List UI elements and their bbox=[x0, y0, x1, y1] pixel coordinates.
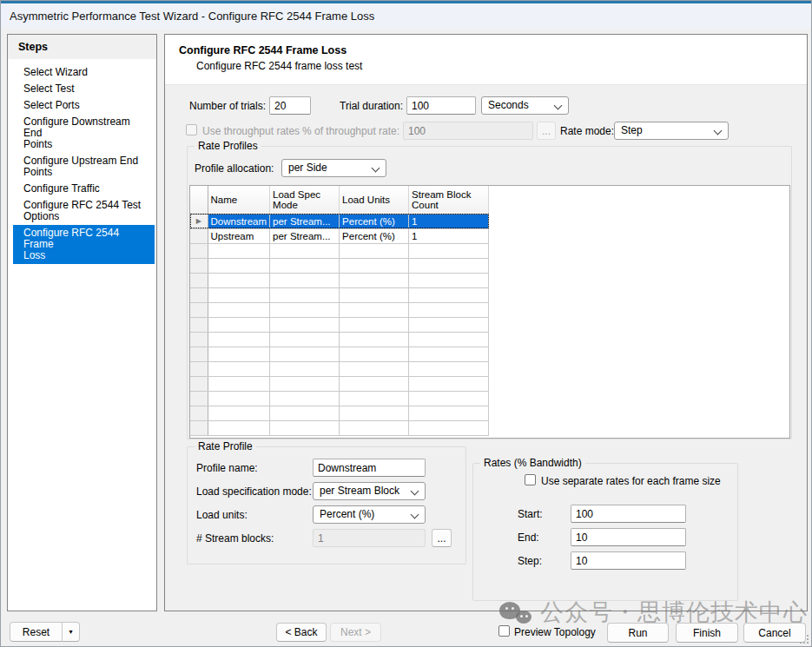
row-selector[interactable] bbox=[190, 287, 208, 302]
grid-cell[interactable] bbox=[208, 406, 270, 420]
grid-cell[interactable] bbox=[340, 376, 409, 391]
row-selector[interactable] bbox=[190, 391, 208, 406]
grid-empty-row[interactable] bbox=[190, 361, 489, 376]
separate-rates-checkbox[interactable] bbox=[525, 474, 536, 485]
grid-cell[interactable] bbox=[270, 317, 340, 332]
back-button[interactable]: < Back bbox=[276, 623, 327, 642]
grid-cell[interactable] bbox=[208, 273, 270, 287]
grid-cell[interactable]: Downstream bbox=[208, 214, 270, 228]
load-units-select[interactable]: Percent (%) bbox=[313, 505, 426, 524]
grid-cell[interactable] bbox=[270, 258, 340, 273]
grid-cell[interactable] bbox=[340, 406, 409, 420]
row-selector[interactable] bbox=[190, 273, 208, 287]
grid-cell[interactable] bbox=[208, 258, 270, 273]
grid-cell[interactable] bbox=[340, 287, 409, 302]
finish-button[interactable]: Finish bbox=[676, 623, 738, 643]
grid-cell[interactable] bbox=[270, 406, 340, 420]
grid-cell[interactable] bbox=[340, 302, 409, 317]
grid-cell[interactable] bbox=[270, 347, 340, 361]
grid-cell[interactable] bbox=[270, 243, 340, 258]
row-selector[interactable] bbox=[190, 347, 208, 361]
end-input[interactable] bbox=[571, 528, 686, 546]
grid-cell[interactable] bbox=[409, 420, 489, 435]
grid-empty-row[interactable] bbox=[190, 243, 489, 258]
grid-empty-row[interactable] bbox=[190, 376, 489, 391]
row-selector[interactable]: ▶ bbox=[190, 214, 208, 228]
grid-cell[interactable] bbox=[340, 332, 409, 347]
trial-duration-unit-select[interactable]: Seconds bbox=[481, 96, 569, 115]
rate-mode-select[interactable]: Step bbox=[614, 122, 729, 140]
grid-empty-row[interactable] bbox=[190, 317, 489, 332]
sidebar-item[interactable]: Configure Upstream End Points bbox=[13, 153, 155, 181]
row-selector[interactable] bbox=[190, 302, 208, 317]
reset-dropdown-button[interactable]: ▾ bbox=[62, 622, 80, 642]
preview-topology-checkbox[interactable] bbox=[498, 625, 510, 637]
grid-cell[interactable] bbox=[409, 391, 489, 406]
row-selector[interactable] bbox=[190, 406, 208, 420]
trial-duration-input[interactable] bbox=[406, 96, 476, 115]
row-selector[interactable] bbox=[190, 332, 208, 347]
load-spec-mode-select[interactable]: per Stream Block bbox=[313, 482, 426, 500]
grid-cell[interactable]: Percent (%) bbox=[340, 214, 409, 228]
row-selector[interactable] bbox=[190, 317, 208, 332]
grid-cell[interactable] bbox=[409, 376, 489, 391]
grid-empty-row[interactable] bbox=[190, 332, 489, 347]
grid-cell[interactable] bbox=[409, 347, 489, 361]
grid-cell[interactable] bbox=[270, 361, 340, 376]
grid-cell[interactable]: 1 bbox=[409, 228, 489, 243]
sidebar-item[interactable]: Select Ports bbox=[13, 97, 155, 114]
grid-cell[interactable]: 1 bbox=[409, 214, 489, 228]
grid-row[interactable]: ▶Downstreamper Stream...Percent (%)1 bbox=[190, 214, 489, 228]
grid-column-header[interactable]: Name bbox=[208, 186, 270, 214]
grid-cell[interactable] bbox=[208, 391, 270, 406]
row-selector[interactable] bbox=[190, 376, 208, 391]
grid-cell[interactable] bbox=[409, 361, 489, 376]
grid-cell[interactable] bbox=[409, 332, 489, 347]
stream-blocks-browse-button[interactable]: ... bbox=[432, 529, 452, 547]
grid-cell[interactable] bbox=[409, 258, 489, 273]
sidebar-item[interactable]: Select Test bbox=[13, 81, 155, 97]
step-input[interactable] bbox=[571, 551, 686, 570]
start-input[interactable] bbox=[571, 505, 686, 523]
grid-cell[interactable] bbox=[340, 361, 409, 376]
grid-cell[interactable] bbox=[208, 361, 270, 376]
row-selector[interactable] bbox=[190, 361, 208, 376]
grid-cell[interactable] bbox=[270, 302, 340, 317]
profile-allocation-select[interactable]: per Side bbox=[281, 159, 386, 177]
grid-cell[interactable] bbox=[208, 317, 270, 332]
grid-cell[interactable] bbox=[409, 243, 489, 258]
grid-cell[interactable] bbox=[270, 376, 340, 391]
grid-empty-row[interactable] bbox=[190, 287, 489, 302]
sidebar-item[interactable]: Configure Downstream End Points bbox=[13, 114, 155, 153]
grid-cell[interactable] bbox=[409, 406, 489, 420]
number-of-trials-input[interactable] bbox=[269, 96, 311, 115]
grid-cell[interactable] bbox=[340, 258, 409, 273]
grid-cell[interactable] bbox=[409, 317, 489, 332]
grid-cell[interactable]: Upstream bbox=[208, 228, 270, 243]
grid-empty-row[interactable] bbox=[190, 391, 489, 406]
grid-cell[interactable] bbox=[340, 420, 409, 435]
grid-column-header[interactable]: Load Units bbox=[340, 186, 409, 214]
grid-cell[interactable]: per Stream... bbox=[270, 228, 340, 243]
grid-empty-row[interactable] bbox=[190, 258, 489, 273]
grid-cell[interactable] bbox=[340, 317, 409, 332]
reset-button[interactable]: Reset bbox=[10, 622, 63, 642]
grid-empty-row[interactable] bbox=[190, 406, 489, 420]
grid-cell[interactable] bbox=[208, 347, 270, 361]
sidebar-item[interactable]: Configure Traffic bbox=[13, 181, 155, 197]
row-selector[interactable] bbox=[190, 420, 208, 435]
grid-cell[interactable] bbox=[270, 273, 340, 287]
row-selector[interactable] bbox=[190, 243, 208, 258]
sidebar-item[interactable]: Configure RFC 2544 Frame Loss bbox=[13, 225, 155, 264]
grid-empty-row[interactable] bbox=[190, 302, 489, 317]
grid-cell[interactable] bbox=[270, 391, 340, 406]
grid-cell[interactable] bbox=[208, 420, 270, 435]
grid-cell[interactable] bbox=[208, 302, 270, 317]
cancel-button[interactable]: Cancel bbox=[743, 623, 806, 643]
grid-cell[interactable] bbox=[340, 243, 409, 258]
run-button[interactable]: Run bbox=[607, 623, 669, 643]
grid-cell[interactable] bbox=[270, 332, 340, 347]
sidebar-item[interactable]: Select Wizard bbox=[13, 64, 155, 81]
grid-empty-row[interactable] bbox=[190, 420, 489, 435]
grid-empty-row[interactable] bbox=[190, 273, 489, 287]
